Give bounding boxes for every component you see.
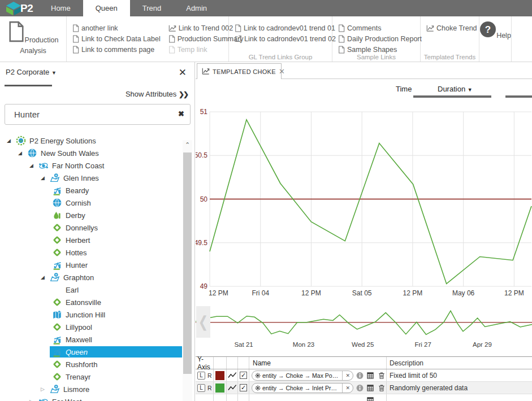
- sidebar-close-icon[interactable]: ✕: [179, 67, 187, 79]
- tree-expanded-icon[interactable]: ◢: [41, 175, 50, 181]
- calculator-icon[interactable]: [367, 385, 374, 391]
- p2-logo: P2: [0, 0, 38, 16]
- search-clear-icon[interactable]: ✖: [178, 110, 184, 118]
- ribbon-group: ?Help: [479, 16, 512, 62]
- series-visible-checkbox[interactable]: ✓: [240, 384, 247, 391]
- tree-item-new-south-wales[interactable]: ◢New South Wales: [0, 147, 182, 159]
- scrollbar-thumb[interactable]: [183, 152, 192, 374]
- tab-templated-choke[interactable]: TEMPLATED CHOKE ✕: [197, 63, 282, 79]
- calculator-icon[interactable]: [367, 372, 374, 379]
- ribbon-link-another-link[interactable]: another link: [72, 23, 161, 33]
- document-icon: [72, 46, 79, 54]
- tree-expanded-icon[interactable]: ◢: [7, 138, 16, 143]
- document-icon: [338, 24, 345, 32]
- info-icon[interactable]: [356, 372, 364, 379]
- tree-item-lismore[interactable]: ▷Lismore: [0, 383, 182, 395]
- tree-collapsed-icon[interactable]: ▷: [41, 386, 50, 392]
- tree-item-maxwell[interactable]: Maxwell: [0, 333, 182, 346]
- tree-item-lillypool[interactable]: Lillypool: [0, 321, 182, 333]
- ribbon-link-daily-production-report[interactable]: Daily Production Report: [338, 33, 422, 44]
- help-button[interactable]: ?Help: [479, 21, 511, 42]
- info-icon[interactable]: [356, 384, 364, 391]
- scroll-up-icon[interactable]: ⌃: [183, 141, 192, 149]
- line-style-icon[interactable]: [228, 372, 237, 379]
- col-y-axis: Y-Axis: [196, 357, 214, 369]
- signal-pill[interactable]: entity → Choke → Inlet Pressure✕: [252, 383, 353, 393]
- pump-icon: [52, 347, 62, 357]
- search-input[interactable]: [14, 104, 172, 124]
- y-axis-left-button[interactable]: L: [197, 372, 205, 380]
- tree-item-hottes[interactable]: Hottes: [0, 246, 182, 259]
- ribbon-button-label: Production Analysis: [20, 36, 58, 55]
- tree-item-eatonsville[interactable]: Eatonsville: [0, 296, 182, 308]
- tree-item-beardy[interactable]: Beardy: [0, 184, 182, 197]
- document-icon: [338, 35, 345, 43]
- series-visible-checkbox[interactable]: ✓: [240, 372, 247, 379]
- tab-close-icon[interactable]: ✕: [279, 67, 285, 76]
- tree-collapsed-icon[interactable]: ▷: [29, 399, 38, 401]
- tree-item-far-west[interactable]: ▷Far West: [0, 395, 182, 401]
- series-color-swatch[interactable]: [215, 371, 224, 380]
- ribbon-link-comments[interactable]: Comments: [338, 23, 422, 33]
- tree-item-derby[interactable]: Derby: [0, 209, 182, 221]
- diamond-icon: [52, 235, 62, 245]
- tree-item-trenayr[interactable]: Trenayr: [0, 371, 182, 383]
- ribbon-link-link-to-check-data-label[interactable]: Link to Check Data Label: [72, 33, 161, 44]
- tree-item-cornish[interactable]: Cornish: [0, 197, 182, 209]
- ribbon-link-link-to-comments-page[interactable]: Link to comments page: [72, 44, 161, 55]
- tree-item-glen-innes[interactable]: ◢Glen Innes: [0, 172, 182, 184]
- top-tab-home[interactable]: Home: [38, 0, 83, 16]
- series-color-swatch[interactable]: [215, 383, 224, 393]
- signal-pill[interactable]: entity → Choke → Max Position✕: [252, 371, 353, 381]
- top-tab-queen[interactable]: Queen: [83, 0, 130, 16]
- tree-item-rushforth[interactable]: Rushforth: [0, 358, 182, 371]
- hierarchy-selector[interactable]: P2 Corporate ▼: [6, 68, 57, 76]
- duration-toggle[interactable]: Duration ▼: [438, 85, 473, 93]
- ribbon-link-label: Link to cadrondev01 trend 01: [244, 24, 335, 32]
- tree-item-hunter[interactable]: Hunter: [0, 259, 182, 271]
- chevron-left-icon: ❬: [197, 313, 210, 331]
- pump-icon: [52, 260, 62, 270]
- tree-item-label: Trenayr: [66, 373, 90, 381]
- ribbon-link-link-to-cadrondev01-trend-02[interactable]: Link to cadrondev01 trend 02: [235, 33, 336, 44]
- tree-expanded-icon[interactable]: ◢: [18, 150, 27, 156]
- tree-item-donnellys[interactable]: Donnellys: [0, 221, 182, 234]
- trend-icon: [426, 24, 434, 32]
- timeline-scroll-left-handle[interactable]: ❬: [196, 306, 210, 338]
- trash-icon[interactable]: [378, 384, 385, 391]
- sidebar-scrollbar[interactable]: ⌃: [183, 140, 192, 401]
- calculator-icon[interactable]: [367, 397, 374, 401]
- signal-remove-icon[interactable]: ✕: [342, 383, 353, 393]
- show-attributes-link[interactable]: Show Attributes ❯❯: [126, 90, 188, 98]
- network-icon: [38, 160, 49, 171]
- production-analysis-button[interactable]: Production Analysis: [0, 21, 66, 55]
- top-tab-admin[interactable]: Admin: [174, 0, 219, 16]
- tree-item-graphton[interactable]: ◢Graphton: [0, 271, 182, 284]
- tree-item-earl[interactable]: Earl: [0, 284, 182, 296]
- tree-item-label: Queen: [66, 348, 88, 356]
- tree-item-herbert[interactable]: Herbert: [0, 234, 182, 246]
- time-range-controls: Time Duration ▼: [196, 82, 532, 98]
- line-style-icon[interactable]: [228, 384, 237, 391]
- diamond-icon: [52, 372, 62, 382]
- signal-remove-icon[interactable]: ✕: [342, 371, 353, 380]
- series-description: Fixed limit of 50: [386, 369, 532, 381]
- top-tab-trend[interactable]: Trend: [130, 0, 174, 16]
- ribbon-link-link-to-cadrondev01-trend-01[interactable]: Link to cadrondev01 trend 01: [235, 23, 336, 33]
- y-axis-right-button[interactable]: R: [207, 385, 212, 391]
- tree-item-queen[interactable]: Queen: [0, 346, 182, 358]
- tree-expanded-icon[interactable]: ◢: [29, 163, 38, 168]
- y-axis-left-button[interactable]: L: [197, 384, 205, 392]
- tree-item-far-north-coast[interactable]: ◢Far North Coast: [0, 159, 182, 172]
- tree-expanded-icon[interactable]: ◢: [41, 274, 50, 280]
- tree-item-label: Donnellys: [66, 224, 98, 232]
- tree-item-junction-hill[interactable]: Junction Hill: [0, 308, 182, 321]
- svg-text:?: ?: [485, 24, 491, 35]
- ribbon-group-templated-trends: Choke TrendTemplated Trends: [421, 16, 479, 62]
- drop-icon: [52, 210, 62, 220]
- y-axis-right-button[interactable]: R: [207, 372, 212, 379]
- tree-item-p2-energy-solutions[interactable]: ◢P2 Energy Solutions: [0, 134, 182, 147]
- ribbon-link-choke-trend[interactable]: Choke Trend: [426, 23, 477, 33]
- time-toggle[interactable]: Time: [396, 85, 412, 93]
- trash-icon[interactable]: [378, 372, 385, 379]
